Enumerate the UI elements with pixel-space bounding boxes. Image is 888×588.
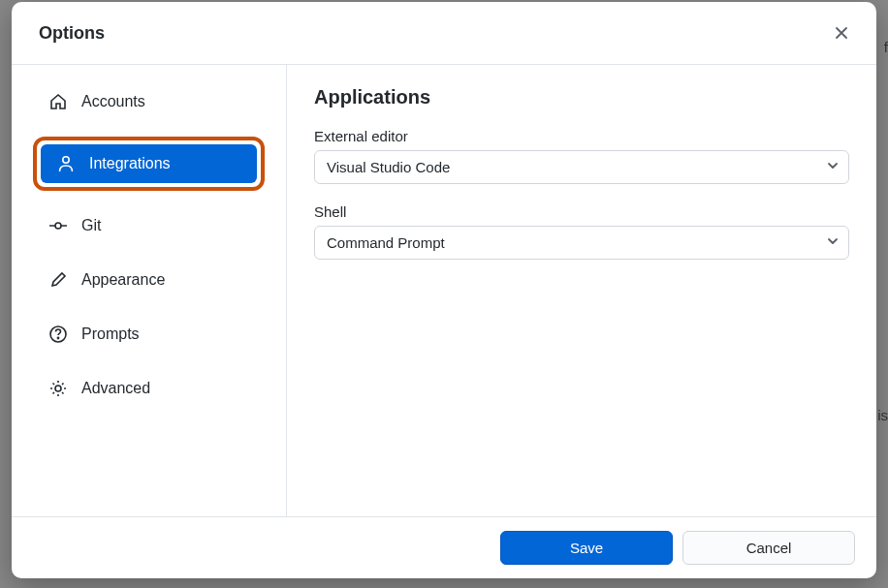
dialog-footer: Save Cancel xyxy=(12,516,876,578)
home-icon xyxy=(48,92,68,111)
section-title: Applications xyxy=(314,86,849,108)
sidebar-item-integrations[interactable]: Integrations xyxy=(41,144,257,183)
brush-icon xyxy=(48,270,68,290)
sidebar-item-label: Git xyxy=(81,217,101,234)
dialog-body: Accounts Integrations Git xyxy=(12,65,876,516)
shell-select-wrap: Command Prompt xyxy=(314,226,849,260)
sidebar-item-label: Appearance xyxy=(81,271,165,289)
svg-point-5 xyxy=(57,337,58,338)
shell-label: Shell xyxy=(314,203,849,220)
sidebar-item-label: Accounts xyxy=(81,93,145,110)
close-icon xyxy=(832,23,851,43)
dialog-title: Options xyxy=(39,23,105,44)
sidebar-item-label: Integrations xyxy=(89,155,171,172)
external-editor-select-wrap: Visual Studio Code xyxy=(314,150,849,184)
callout-highlight: Integrations xyxy=(33,137,265,191)
svg-point-0 xyxy=(63,157,69,163)
sidebar-item-advanced[interactable]: Advanced xyxy=(33,369,265,408)
sidebar-item-accounts[interactable]: Accounts xyxy=(33,82,265,121)
background-text-right: f xyxy=(884,39,888,55)
content-pane: Applications External editor Visual Stud… xyxy=(287,65,876,516)
dialog-header: Options xyxy=(12,2,876,65)
sidebar: Accounts Integrations Git xyxy=(12,65,287,516)
sidebar-item-appearance[interactable]: Appearance xyxy=(33,261,265,299)
svg-point-6 xyxy=(55,386,61,391)
sidebar-item-prompts[interactable]: Prompts xyxy=(33,315,265,354)
shell-select[interactable]: Command Prompt xyxy=(314,226,849,260)
git-commit-icon xyxy=(48,216,68,235)
sidebar-item-label: Advanced xyxy=(81,380,150,397)
person-icon xyxy=(56,154,76,173)
gear-icon xyxy=(48,379,68,398)
options-dialog: Options Accounts Integrations xyxy=(12,2,876,578)
external-editor-label: External editor xyxy=(314,128,849,144)
svg-point-1 xyxy=(55,223,61,229)
cancel-button[interactable]: Cancel xyxy=(682,531,855,565)
sidebar-item-git[interactable]: Git xyxy=(33,206,265,245)
background-text-right2: is xyxy=(877,407,888,423)
external-editor-select[interactable]: Visual Studio Code xyxy=(314,150,849,184)
sidebar-item-label: Prompts xyxy=(81,325,140,343)
save-button[interactable]: Save xyxy=(500,531,673,565)
close-button[interactable] xyxy=(828,19,855,46)
question-circle-icon xyxy=(48,325,68,344)
